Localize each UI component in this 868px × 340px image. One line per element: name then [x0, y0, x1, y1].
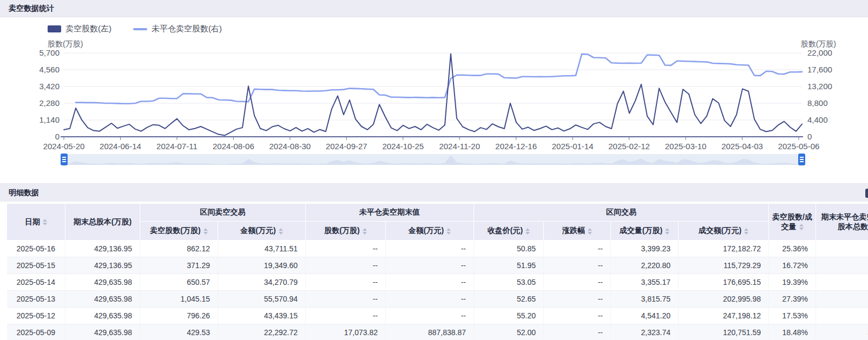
table-row: 2025-05-13429,635.981,045.1555,570.94---…	[7, 291, 868, 308]
cell-value: --	[816, 308, 868, 324]
cell-value: 3.97%	[816, 324, 868, 340]
cell-value: 18.48%	[769, 324, 816, 340]
panel-action-icon-partial[interactable]	[865, 189, 868, 198]
cell-date: 2025-05-16	[7, 241, 65, 257]
datazoom-left-handle[interactable]	[61, 154, 68, 165]
svg-text:2024-08-06: 2024-08-06	[213, 142, 254, 151]
cell-value: 429,635.98	[65, 291, 140, 308]
cell-value: 51.95	[474, 257, 544, 274]
col-close-price[interactable]: 收盘价(元)	[474, 222, 544, 241]
legend-item-open-short-shares[interactable]: 未平仓卖空股数(右)	[133, 24, 222, 34]
cell-value: --	[816, 291, 868, 308]
cell-value: 3,815.75	[611, 291, 679, 308]
sort-icon[interactable]	[665, 228, 669, 235]
cell-value: 52.00	[474, 324, 544, 340]
sort-icon[interactable]	[588, 228, 592, 235]
svg-text:2024-06-14: 2024-06-14	[100, 142, 141, 151]
bar-swatch-icon	[48, 25, 61, 32]
svg-text:2025-03-10: 2025-03-10	[665, 142, 707, 151]
svg-text:4,560: 4,560	[39, 65, 60, 74]
sort-icon[interactable]	[43, 219, 47, 225]
cell-value: 55.20	[474, 308, 544, 324]
cell-value: --	[816, 241, 868, 257]
series-short-shares-line	[64, 54, 802, 135]
col-short-amount[interactable]: 金额(万元)	[218, 222, 306, 241]
cell-value: --	[386, 308, 474, 324]
cell-value: 17,073.82	[306, 324, 386, 340]
cell-date: 2025-05-13	[7, 291, 65, 308]
col-open-amount[interactable]: 金额(万元)	[386, 222, 474, 241]
svg-text:13,200: 13,200	[807, 82, 832, 91]
sort-icon[interactable]	[363, 228, 367, 235]
cell-value: 17.53%	[769, 308, 816, 324]
cell-value: 120,751.59	[679, 324, 769, 340]
svg-text:2025-01-14: 2025-01-14	[552, 142, 594, 151]
svg-text:22,000: 22,000	[807, 48, 832, 57]
cell-value: --	[386, 241, 474, 257]
cell-value: --	[306, 257, 386, 274]
cell-value: 43,711.51	[218, 241, 306, 257]
cell-value: 55,570.94	[218, 291, 306, 308]
cell-value: 27.39%	[769, 291, 816, 308]
x-axis-labels: 2024-05-202024-06-142024-07-112024-08-06…	[43, 137, 820, 151]
cell-value: 52.65	[474, 291, 544, 308]
cell-value: 22,292.72	[218, 324, 306, 340]
cell-value: 2,323.74	[611, 324, 679, 340]
col-short-to-volume[interactable]: 卖空股数/成交量	[769, 204, 816, 241]
svg-text:2024-07-11: 2024-07-11	[156, 142, 198, 151]
table-row: 2025-05-15429,136.95371.2919,349.60----5…	[7, 257, 868, 274]
svg-text:3,420: 3,420	[39, 82, 60, 91]
col-turnover[interactable]: 成交额(万元)	[679, 222, 769, 241]
svg-text:2024-05-20: 2024-05-20	[43, 142, 85, 151]
sort-icon[interactable]	[446, 228, 451, 235]
svg-text:4,400: 4,400	[807, 115, 828, 124]
cell-value: 4,541.20	[611, 308, 679, 324]
svg-text:8,800: 8,800	[807, 98, 828, 108]
details-table: 日期 期末总股本(万股) 区间卖空交易 未平仓卖空期末值 区间交易 卖空股数/成…	[6, 203, 868, 340]
col-capital: 期末总股本(万股)	[65, 204, 140, 241]
sort-icon[interactable]	[744, 228, 748, 235]
cell-date: 2025-05-12	[7, 308, 65, 324]
cell-value: 172,182.72	[679, 241, 769, 257]
cell-value: 202,995.98	[679, 291, 769, 308]
col-date[interactable]: 日期	[7, 204, 65, 241]
datazoom-slider[interactable]	[64, 154, 802, 165]
cell-value: 429.53	[140, 324, 218, 340]
col-open-short-to-capital[interactable]: 期末未平仓卖空股数/股本总数	[816, 204, 868, 241]
sort-icon[interactable]	[799, 224, 804, 230]
cell-value: 2,220.80	[611, 257, 679, 274]
chart-legend: 卖空股数(左) 未平仓卖空股数(右)	[48, 24, 222, 34]
cell-value: 247,198.12	[679, 308, 769, 324]
cell-value: --	[816, 257, 868, 274]
details-table-body: 2025-05-16429,136.95862.1243,711.51----5…	[7, 241, 868, 340]
cell-value: 650.57	[140, 274, 218, 291]
group-open-short-period-end: 未平仓卖空期末值	[306, 204, 474, 222]
cell-value: 887,838.87	[386, 324, 474, 340]
col-short-shares[interactable]: 卖空股数(万股)	[140, 222, 218, 241]
series-open-short-line	[76, 54, 802, 104]
cell-value: --	[544, 241, 611, 257]
cell-value: 34,270.79	[218, 274, 306, 291]
svg-text:2025-04-03: 2025-04-03	[721, 142, 763, 151]
sort-icon[interactable]	[525, 228, 530, 235]
svg-text:17,600: 17,600	[807, 65, 832, 74]
sort-icon[interactable]	[203, 228, 208, 235]
svg-text:2024-12-16: 2024-12-16	[495, 142, 537, 151]
cell-value: 429,635.98	[65, 308, 140, 324]
legend-item-short-shares[interactable]: 卖空股数(左)	[48, 24, 111, 34]
cell-value: 429,136.95	[65, 257, 140, 274]
cell-value: 19,349.60	[218, 257, 306, 274]
datazoom-right-handle[interactable]	[798, 154, 805, 165]
cell-value: 50.85	[474, 241, 544, 257]
cell-date: 2025-05-14	[7, 274, 65, 291]
details-panel-header: 明细数据	[0, 183, 868, 202]
cell-value: 429,136.95	[65, 241, 140, 257]
right-axis-title: 股数(万股)	[801, 39, 836, 49]
col-open-shares[interactable]: 股数(万股)	[306, 222, 386, 241]
sort-icon[interactable]	[279, 228, 283, 235]
details-panel-title: 明细数据	[9, 188, 39, 198]
col-volume[interactable]: 成交量(万股)	[611, 222, 679, 241]
datazoom-overview-silhouette	[64, 154, 802, 165]
cell-value: 862.12	[140, 241, 218, 257]
col-change-pct[interactable]: 涨跌幅	[544, 222, 611, 241]
